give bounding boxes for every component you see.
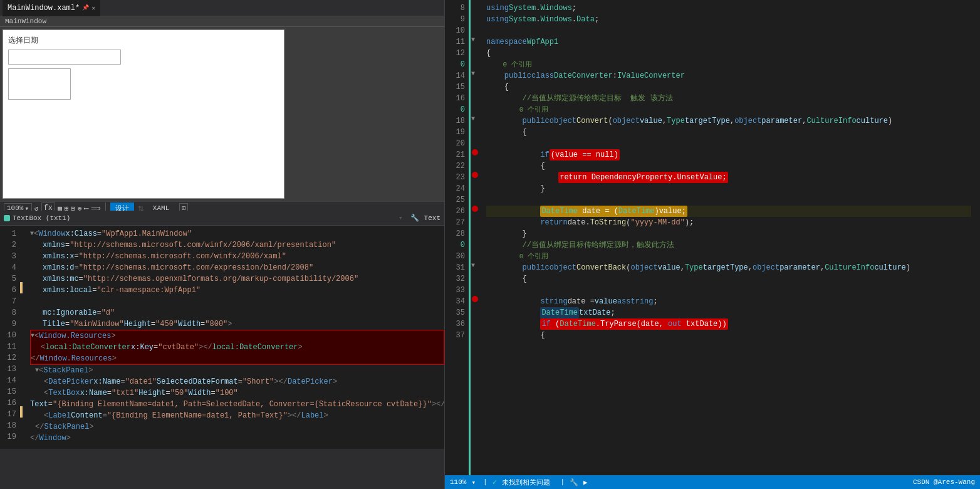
bp-line[interactable]	[469, 147, 481, 158]
formula-icon: fx	[41, 202, 55, 211]
bp-line[interactable]	[469, 203, 481, 214]
xaml-code-content: 1 2 3 4 5 6 7 8 9 10 11 12 13 14 15 16 1	[0, 226, 444, 449]
grid3-icon: ⊟	[71, 204, 75, 211]
gutter-line	[469, 90, 481, 102]
snap-icon: ⊕	[78, 204, 82, 211]
cs-line: return date.ToString("yyyy-MM-dd");	[486, 217, 971, 228]
gutter-line	[469, 192, 481, 203]
breakpoint-dot[interactable]	[472, 206, 478, 212]
header-arrow: ▾	[399, 214, 403, 222]
cs-line-numbers: 8 9 10 11 12 0 14 15 16 0 18 19 20 21 22…	[445, 0, 469, 475]
cs-line: public class DateConverter : IValueConve…	[486, 70, 971, 82]
scrollbar[interactable]	[971, 0, 980, 475]
gutter-line	[469, 45, 481, 56]
status-sep: |	[483, 478, 487, 486]
designer-window-title: MainWindow	[0, 16, 444, 27]
gutter-line	[469, 0, 481, 11]
gutter-line	[469, 248, 481, 260]
cs-line-bp: if (DateTime.TryParse(date, out txtDate)…	[486, 318, 971, 330]
separator	[105, 202, 106, 211]
cs-gutter: ▼ ▼ ▼	[469, 0, 481, 475]
zoom-control[interactable]: 100% ▾	[4, 203, 32, 211]
breakpoint-dot[interactable]	[472, 296, 478, 302]
xaml-code-panel: TextBox (txt1) ▾ 🔧 Text 1 2 3 4 5 6 7 8 …	[0, 211, 444, 449]
cs-line: string date = value as string;	[486, 296, 971, 307]
gutter-line: ▼	[469, 260, 481, 271]
gutter-line	[469, 135, 481, 147]
designer-toolbar: 100% ▾ ↺ fx ▦ ⊞ ⊟ ⊕ ⟵ ⟹ 设计 ⇅ XAML ⊡	[0, 201, 444, 211]
design-view-btn[interactable]: 设计	[110, 202, 134, 211]
cs-line: public object Convert(object value, Type…	[486, 115, 971, 127]
gutter-line	[469, 23, 481, 34]
code-line: xmlns:mc="http://schemas.openxmlformats.…	[30, 273, 444, 285]
cs-line: //当值从绑定源传给绑定目标 触发 该方法	[486, 93, 971, 104]
cs-code-content: 8 9 10 11 12 0 14 15 16 0 18 19 20 21 22…	[445, 0, 980, 475]
status-bar: 110% ▾ | ✓ 未找到相关问题 | 🔧 ▶ CSDN @Ares-Wang	[445, 475, 980, 489]
gutter-line: ▼	[469, 113, 481, 124]
gutter-line: ▼	[469, 68, 481, 79]
zoom-status: 110%	[450, 478, 466, 486]
arrow-right-icon[interactable]: ▶	[583, 478, 588, 486]
line-numbers: 1 2 3 4 5 6 7 8 9 10 11 12 13 14 15 16 1	[0, 226, 20, 449]
cs-line	[486, 138, 971, 149]
code-line	[30, 296, 444, 307]
zoom-dropdown-icon[interactable]: ▾	[24, 204, 29, 211]
code-line-highlighted: ▼ <Window.Resources>	[30, 330, 444, 342]
datepicker-control	[8, 50, 121, 65]
zoom-down-icon[interactable]: ▾	[471, 478, 476, 486]
code-line: mc:Ignorable="d"	[30, 307, 444, 318]
cs-line: 0 个引用	[486, 59, 971, 70]
settings-icon: |	[560, 478, 565, 486]
gutter-line	[469, 158, 481, 169]
split-icon: ⊡	[179, 203, 188, 211]
cs-line-current: DateTime date = (DateTime)value;	[486, 206, 971, 217]
tool-settings-icon[interactable]: 🔧	[570, 478, 578, 486]
breakpoint-dot[interactable]	[472, 149, 478, 155]
bp-line[interactable]	[469, 293, 481, 305]
code-line: Title="MainWindow" Height="450" Width="8…	[30, 318, 444, 330]
cs-line: using System.Windows.Data;	[486, 14, 971, 25]
code-line: Text="{Binding ElementName=date1, Path=S…	[30, 399, 444, 410]
cs-line: {	[486, 48, 971, 59]
scroll-icon: ⟹	[91, 204, 101, 211]
xaml-view-btn[interactable]: XAML	[148, 203, 174, 211]
cs-line: {	[486, 82, 971, 93]
code-line: ▼ <DatePicker x:Name="date1" SelectedDat…	[30, 376, 444, 387]
code-line: ▼ <TextBox x:Name="txt1" Height="50" Wid…	[30, 387, 444, 399]
tab-close-icon[interactable]: ✕	[91, 4, 95, 12]
cs-line: DateTime txtDate;	[486, 307, 971, 318]
textbox-indicator	[4, 215, 10, 221]
gutter-line	[469, 79, 481, 90]
code-line: xmlns:local="clr-namespace:WpfApp1"	[30, 285, 444, 296]
code-line: </StackPanel>	[30, 421, 444, 433]
green-indicator	[469, 0, 471, 475]
code-line-highlighted: <local:DateConverter x:Key="cvtDate" ></…	[30, 342, 444, 353]
watermark-container: CSDN @Ares-Wang	[913, 478, 975, 486]
code-line: ▼ <Label Content="{Binding ElementName=d…	[30, 410, 444, 421]
code-line: ▼ <Window x:Class="WpfApp1.MainWindow"	[30, 228, 444, 239]
breakpoint-dot[interactable]	[472, 172, 478, 178]
cs-code-lines: using System.Windows; using System.Windo…	[481, 0, 971, 475]
cs-line	[486, 285, 971, 296]
code-line: </Window>	[30, 433, 444, 444]
cs-line-bp: return DependencyProperty.UnsetValue;	[486, 172, 971, 183]
refresh-icon[interactable]: ↺	[34, 204, 39, 211]
gutter-line	[469, 124, 481, 135]
cs-line	[486, 194, 971, 206]
tab-mainwindow-xaml[interactable]: MainWindow.xaml* 📌 ✕	[3, 0, 100, 16]
cs-line: {	[486, 127, 971, 138]
watermark: CSDN @Ares-Wang	[913, 478, 975, 486]
cs-line: 0 个引用	[486, 104, 971, 115]
gutter-line: ▼	[469, 34, 481, 45]
code-line-highlighted: </Window.Resources>	[30, 353, 444, 365]
gutter-line	[469, 305, 481, 316]
window-content: 选择日期	[3, 30, 284, 198]
cs-line: }	[486, 228, 971, 239]
tab-bar: MainWindow.xaml* 📌 ✕	[0, 0, 444, 16]
cs-line: using System.Windows;	[486, 3, 971, 14]
bp-line[interactable]	[469, 169, 481, 181]
code-line: xmlns:d="http://schemas.microsoft.com/ex…	[30, 262, 444, 273]
right-panel: 8 9 10 11 12 0 14 15 16 0 18 19 20 21 22…	[445, 0, 980, 489]
code-line: xmlns:x="http://schemas.microsoft.com/wi…	[30, 251, 444, 262]
type-label: Text	[424, 214, 440, 222]
